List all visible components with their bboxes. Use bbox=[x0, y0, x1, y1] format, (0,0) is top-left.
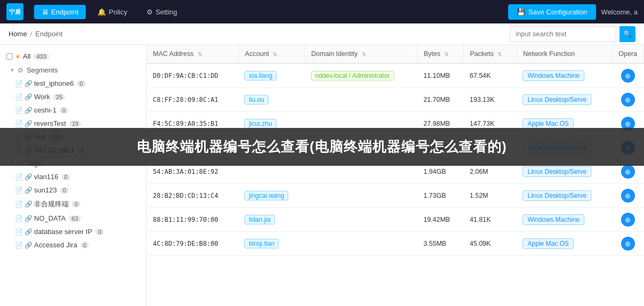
search-button[interactable]: 🔍 bbox=[619, 26, 635, 42]
tag-item-label: vlan116 bbox=[34, 173, 59, 181]
tag-item-count: 0 bbox=[95, 229, 104, 235]
action-button[interactable]: ⊕ bbox=[621, 93, 635, 107]
logo-icon: 宁盾 bbox=[6, 3, 23, 20]
file-icon: 📄 bbox=[15, 228, 22, 236]
breadcrumb-bar: Home / Endpoint 🔍 bbox=[0, 23, 644, 45]
cell-packets: 193.13K bbox=[463, 88, 517, 112]
table-header-row: MAC Address ⇅ Account ⇅ Domain Identity … bbox=[146, 45, 644, 63]
account-tag[interactable]: jicui.zhu bbox=[244, 119, 276, 128]
cell-domain bbox=[305, 232, 417, 256]
tag-item-label: database server IP bbox=[34, 228, 92, 236]
sidebar-item-tag[interactable]: 📄 🔗 vlan116 0 bbox=[0, 170, 146, 183]
welcome-text: Welcome, a bbox=[601, 8, 638, 16]
segment-item-label: Work bbox=[34, 93, 50, 101]
sort-mac-icon[interactable]: ⇅ bbox=[198, 51, 202, 57]
table-row: D0:DF:9A:CB:C1:DD xia.liang nddev.local … bbox=[146, 63, 644, 88]
account-tag[interactable]: xia.liang bbox=[244, 71, 276, 80]
col-nf: Network Function bbox=[516, 45, 612, 63]
save-icon: 💾 bbox=[517, 8, 525, 16]
col-account: Account ⇅ bbox=[238, 45, 304, 63]
star-icon: ★ bbox=[15, 53, 21, 60]
sort-packets-icon[interactable]: ⇅ bbox=[498, 51, 502, 57]
cell-domain bbox=[305, 208, 417, 232]
search-area: 🔍 bbox=[510, 26, 635, 42]
action-button[interactable]: ⊕ bbox=[621, 189, 635, 203]
sidebar-all-row[interactable]: ★ All 433 bbox=[0, 49, 146, 63]
action-button[interactable]: ⊕ bbox=[621, 237, 635, 251]
file-icon: 📄 bbox=[15, 120, 22, 127]
tag-icon: 🔗 bbox=[25, 228, 32, 236]
tag-item-label: 非合规终端 bbox=[34, 199, 69, 209]
tag-icon: 🔗 bbox=[25, 215, 32, 222]
action-button[interactable]: ⊕ bbox=[621, 69, 635, 83]
save-configuration-button[interactable]: 💾 Save Configuration bbox=[508, 4, 596, 20]
account-tag[interactable]: lidan.jia bbox=[244, 215, 275, 224]
sidebar-segments-section[interactable]: ▼ ⚙ Segments bbox=[0, 63, 146, 77]
tag-item-label: sun123 bbox=[34, 186, 57, 194]
cell-account: lidan.jia bbox=[238, 208, 304, 232]
account-tag[interactable]: liu.ou bbox=[244, 95, 268, 104]
sidebar: ★ All 433 ▼ ⚙ Segments 📄 🔗 test_iphone6 … bbox=[0, 45, 146, 306]
cell-action: ⊕ bbox=[612, 88, 644, 112]
tag-item-label: NO_DATA bbox=[34, 214, 66, 222]
cell-mac: D0:DF:9A:CB:C1:DD bbox=[146, 63, 238, 88]
tag-item-count: 0 bbox=[72, 201, 80, 207]
link-icon: 🔗 bbox=[25, 120, 32, 127]
cell-account: jingcai.wang bbox=[238, 184, 304, 208]
tag-item-count: 63 bbox=[69, 215, 80, 222]
cell-bytes: 1.73GB bbox=[417, 184, 463, 208]
nav-item-setting[interactable]: ⚙ Setting bbox=[139, 5, 184, 19]
sidebar-item-segment[interactable]: 📄 🔗 Work 25 bbox=[0, 90, 146, 103]
account-tag[interactable]: binqi.tian bbox=[244, 239, 279, 248]
nav-item-endpoint[interactable]: 🖥 Endpoint bbox=[34, 5, 86, 19]
sidebar-item-tag[interactable]: 📄 🔗 NO_DATA 63 bbox=[0, 212, 146, 225]
file-icon: 📄 bbox=[15, 200, 22, 208]
nav-item-policy[interactable]: 🔔 Policy bbox=[90, 5, 135, 19]
account-tag[interactable]: jingcai.wang bbox=[244, 191, 288, 200]
nf-tag: Linux Desktop/Serve bbox=[523, 94, 591, 105]
breadcrumb-home[interactable]: Home bbox=[9, 30, 27, 38]
cell-bytes: 11.10MB bbox=[417, 63, 463, 88]
tag-icon: 🔗 bbox=[25, 241, 32, 249]
tag-item-count: 0 bbox=[62, 174, 70, 180]
action-button[interactable]: ⊕ bbox=[621, 213, 635, 227]
sort-domain-icon[interactable]: ⇅ bbox=[362, 51, 366, 57]
sort-account-icon[interactable]: ⇅ bbox=[273, 51, 277, 57]
table-row: 4C:8D:79:DE:B8:00 binqi.tian 3.55MB 45.0… bbox=[146, 232, 644, 256]
tag-icon: 🔗 bbox=[25, 173, 32, 181]
sidebar-item-tag[interactable]: 📄 🔗 sun123 0 bbox=[0, 183, 146, 197]
cell-nf: Windows Machine bbox=[516, 63, 612, 88]
segment-item-count: 19 bbox=[69, 120, 81, 127]
col-mac: MAC Address ⇅ bbox=[146, 45, 238, 63]
segment-item-label: reversTest bbox=[34, 119, 66, 127]
col-packets: Packets ⇅ bbox=[463, 45, 517, 63]
all-count: 433 bbox=[34, 53, 48, 60]
table-row: 28:B2:BD:CD:13:C4 jingcai.wang 1.73GB 1.… bbox=[146, 184, 644, 208]
sort-bytes-icon[interactable]: ⇅ bbox=[444, 51, 449, 57]
sidebar-item-segment[interactable]: 📄 🔗 test_iphone6 0 bbox=[0, 77, 146, 90]
domain-tag: nddev.local / Administrator bbox=[311, 71, 394, 80]
expand-icon: ▼ bbox=[10, 67, 15, 73]
segment-item-count: 0 bbox=[60, 107, 68, 114]
all-label: All bbox=[23, 52, 30, 60]
action-button[interactable]: ⊕ bbox=[621, 165, 635, 179]
top-navigation: 宁盾 🖥 Endpoint 🔔 Policy ⚙ Setting 💾 Save … bbox=[0, 0, 644, 23]
tag-item-label: Accessed Jira bbox=[34, 241, 77, 249]
app-logo: 宁盾 bbox=[6, 3, 23, 20]
file-icon: 📄 bbox=[15, 187, 22, 194]
search-input[interactable] bbox=[510, 26, 616, 42]
cell-account: liu.ou bbox=[238, 88, 304, 112]
file-icon: 📄 bbox=[15, 215, 22, 222]
link-icon: 🔗 bbox=[25, 93, 32, 101]
cell-action: ⊕ bbox=[612, 232, 644, 256]
all-checkbox[interactable] bbox=[6, 53, 13, 60]
nf-tag: Linux Desktop/Serve bbox=[523, 166, 591, 177]
cell-packets: 1.52M bbox=[463, 184, 517, 208]
sidebar-item-tag[interactable]: 📄 🔗 非合规终端 0 bbox=[0, 197, 146, 212]
sidebar-item-segment[interactable]: 📄 🔗 ceshi-1 0 bbox=[0, 103, 146, 117]
cell-account: xia.liang bbox=[238, 63, 304, 88]
sidebar-item-tag[interactable]: 📄 🔗 database server IP 0 bbox=[0, 225, 146, 238]
cell-packets: 41.81K bbox=[463, 208, 517, 232]
segments-icon: ⚙ bbox=[17, 67, 25, 74]
sidebar-item-tag[interactable]: 📄 🔗 Accessed Jira 0 bbox=[0, 238, 146, 252]
